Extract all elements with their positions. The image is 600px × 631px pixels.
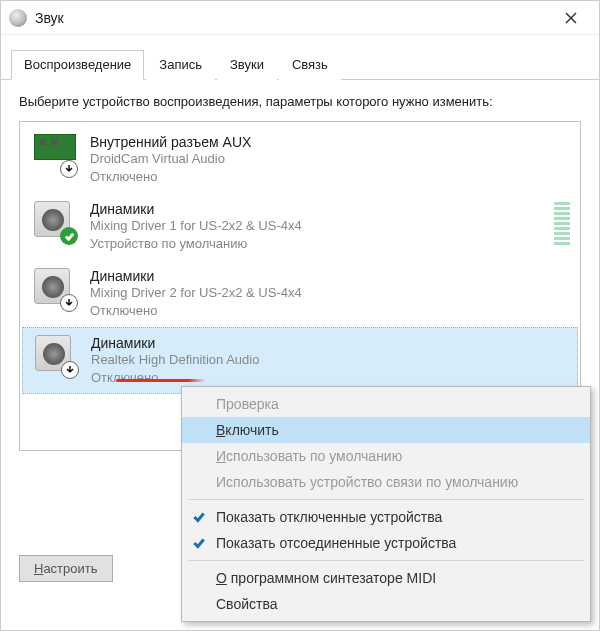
annotation-underline: [116, 379, 206, 382]
configure-button[interactable]: Настроить: [19, 555, 113, 582]
menu-item-label: Использовать устройство связи по умолчан…: [216, 474, 518, 490]
check-icon: [60, 227, 78, 245]
checkmark-icon: [192, 510, 206, 524]
device-row[interactable]: ДинамикиRealtek High Definition AudioОтк…: [22, 327, 578, 394]
device-row[interactable]: ДинамикиMixing Driver 2 for US-2x2 & US-…: [20, 260, 580, 327]
instruction-text: Выберите устройство воспроизведения, пар…: [19, 94, 581, 109]
device-row[interactable]: ДинамикиMixing Driver 1 for US-2x2 & US-…: [20, 193, 580, 260]
context-menu: ПроверкаВключитьИспользовать по умолчани…: [181, 386, 591, 622]
close-button[interactable]: [551, 4, 591, 32]
menu-item[interactable]: О программном синтезаторе MIDI: [182, 565, 590, 591]
menu-item[interactable]: Показать отключенные устройства: [182, 504, 590, 530]
device-description: DroidCam Virtual Audio: [90, 150, 570, 168]
device-name: Внутренний разъем AUX: [90, 134, 570, 150]
footer: Настроить: [19, 555, 113, 582]
menu-item-label: Использовать по умолчанию: [216, 448, 402, 464]
tab-1[interactable]: Запись: [146, 50, 215, 80]
device-icon: [35, 335, 77, 377]
down-arrow-icon: [60, 160, 78, 178]
menu-item-label: Проверка: [216, 396, 279, 412]
device-text: Внутренний разъем AUXDroidCam Virtual Au…: [90, 134, 570, 185]
menu-item-label: Включить: [216, 422, 279, 438]
device-text: ДинамикиMixing Driver 1 for US-2x2 & US-…: [90, 201, 548, 252]
menu-item: Проверка: [182, 391, 590, 417]
window-title: Звук: [35, 10, 551, 26]
device-text: ДинамикиMixing Driver 2 for US-2x2 & US-…: [90, 268, 570, 319]
level-meter: [554, 201, 570, 245]
menu-item[interactable]: Свойства: [182, 591, 590, 617]
titlebar: Звук: [1, 1, 599, 35]
menu-item-label: О программном синтезаторе MIDI: [216, 570, 436, 586]
device-status: Отключено: [91, 369, 569, 387]
device-icon: [34, 134, 76, 176]
device-name: Динамики: [91, 335, 569, 351]
device-description: Mixing Driver 2 for US-2x2 & US-4x4: [90, 284, 570, 302]
device-name: Динамики: [90, 201, 548, 217]
close-icon: [565, 12, 577, 24]
menu-item[interactable]: Включить: [182, 417, 590, 443]
menu-item: Использовать по умолчанию: [182, 443, 590, 469]
menu-separator: [188, 499, 584, 500]
menu-item-label: Показать отсоединенные устройства: [216, 535, 456, 551]
device-status: Отключено: [90, 168, 570, 186]
device-status: Устройство по умолчанию: [90, 235, 548, 253]
tabstrip: ВоспроизведениеЗаписьЗвукиСвязь: [1, 35, 599, 80]
device-description: Realtek High Definition Audio: [91, 351, 569, 369]
device-status: Отключено: [90, 302, 570, 320]
device-row[interactable]: Внутренний разъем AUXDroidCam Virtual Au…: [20, 126, 580, 193]
tab-2[interactable]: Звуки: [217, 50, 277, 80]
menu-separator: [188, 560, 584, 561]
tab-0[interactable]: Воспроизведение: [11, 50, 144, 80]
tab-3[interactable]: Связь: [279, 50, 341, 80]
menu-item[interactable]: Показать отсоединенные устройства: [182, 530, 590, 556]
device-icon: [34, 201, 76, 243]
menu-item-label: Показать отключенные устройства: [216, 509, 442, 525]
down-arrow-icon: [60, 294, 78, 312]
menu-item: Использовать устройство связи по умолчан…: [182, 469, 590, 495]
sound-icon: [9, 9, 27, 27]
checkmark-icon: [192, 536, 206, 550]
menu-item-label: Свойства: [216, 596, 277, 612]
down-arrow-icon: [61, 361, 79, 379]
device-name: Динамики: [90, 268, 570, 284]
device-icon: [34, 268, 76, 310]
sound-window: Звук ВоспроизведениеЗаписьЗвукиСвязь Выб…: [0, 0, 600, 631]
device-description: Mixing Driver 1 for US-2x2 & US-4x4: [90, 217, 548, 235]
